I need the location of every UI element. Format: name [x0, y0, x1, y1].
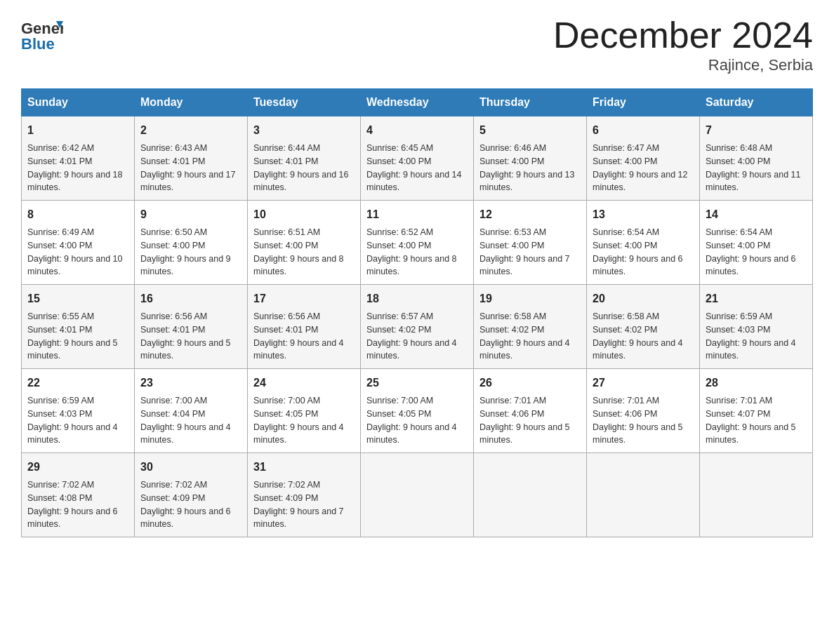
day-number: 30: [140, 459, 241, 476]
calendar-day-cell: 6 Sunrise: 6:47 AMSunset: 4:00 PMDayligh…: [587, 116, 700, 201]
day-info: Sunrise: 6:46 AMSunset: 4:00 PMDaylight:…: [479, 142, 581, 194]
calendar-day-cell: 9 Sunrise: 6:50 AMSunset: 4:00 PMDayligh…: [135, 201, 248, 285]
calendar-day-cell: [700, 453, 813, 537]
day-info: Sunrise: 6:55 AMSunset: 4:01 PMDaylight:…: [27, 310, 128, 363]
calendar-day-cell: 15 Sunrise: 6:55 AMSunset: 4:01 PMDaylig…: [22, 285, 135, 369]
day-number: 26: [479, 375, 581, 391]
calendar-day-cell: [361, 453, 474, 537]
day-info: Sunrise: 7:00 AMSunset: 4:04 PMDaylight:…: [140, 394, 241, 447]
day-number: 22: [27, 375, 128, 391]
day-number: 28: [706, 375, 807, 391]
page-subtitle: Rajince, Serbia: [553, 56, 813, 74]
calendar-day-cell: 7 Sunrise: 6:48 AMSunset: 4:00 PMDayligh…: [700, 116, 813, 201]
day-info: Sunrise: 6:58 AMSunset: 4:02 PMDaylight:…: [479, 310, 581, 363]
calendar-day-cell: 23 Sunrise: 7:00 AMSunset: 4:04 PMDaylig…: [135, 369, 248, 453]
day-info: Sunrise: 6:54 AMSunset: 4:00 PMDaylight:…: [593, 226, 694, 279]
calendar-day-cell: 25 Sunrise: 7:00 AMSunset: 4:05 PMDaylig…: [361, 369, 474, 453]
page-title: December 2024: [553, 14, 813, 56]
calendar-day-cell: 27 Sunrise: 7:01 AMSunset: 4:06 PMDaylig…: [587, 369, 700, 453]
day-number: 18: [366, 290, 468, 307]
day-info: Sunrise: 7:02 AMSunset: 4:09 PMDaylight:…: [140, 478, 241, 531]
calendar-table: Sunday Monday Tuesday Wednesday Thursday…: [21, 88, 813, 537]
calendar-day-cell: 11 Sunrise: 6:52 AMSunset: 4:00 PMDaylig…: [361, 201, 474, 285]
col-saturday: Saturday: [700, 89, 813, 116]
title-block: December 2024 Rajince, Serbia: [553, 14, 813, 74]
calendar-day-cell: 1 Sunrise: 6:42 AMSunset: 4:01 PMDayligh…: [22, 116, 135, 201]
logo: General Blue: [21, 14, 63, 53]
day-number: 29: [27, 459, 128, 476]
day-number: 10: [253, 206, 355, 223]
day-number: 3: [253, 122, 355, 139]
day-info: Sunrise: 7:00 AMSunset: 4:05 PMDaylight:…: [366, 394, 468, 447]
col-thursday: Thursday: [474, 89, 587, 116]
day-number: 7: [706, 122, 807, 139]
day-number: 19: [479, 290, 581, 307]
day-info: Sunrise: 7:01 AMSunset: 4:07 PMDaylight:…: [706, 394, 807, 447]
calendar-day-cell: [587, 453, 700, 537]
calendar-day-cell: 3 Sunrise: 6:44 AMSunset: 4:01 PMDayligh…: [248, 116, 361, 201]
day-number: 1: [27, 122, 128, 139]
col-wednesday: Wednesday: [361, 89, 474, 116]
day-info: Sunrise: 6:56 AMSunset: 4:01 PMDaylight:…: [253, 310, 355, 363]
day-info: Sunrise: 6:57 AMSunset: 4:02 PMDaylight:…: [366, 310, 468, 363]
day-number: 11: [366, 206, 468, 223]
calendar-day-cell: 28 Sunrise: 7:01 AMSunset: 4:07 PMDaylig…: [700, 369, 813, 453]
calendar-day-cell: 14 Sunrise: 6:54 AMSunset: 4:00 PMDaylig…: [700, 201, 813, 285]
col-sunday: Sunday: [22, 89, 135, 116]
day-info: Sunrise: 6:51 AMSunset: 4:00 PMDaylight:…: [253, 226, 355, 279]
day-info: Sunrise: 6:49 AMSunset: 4:00 PMDaylight:…: [27, 226, 128, 279]
day-info: Sunrise: 6:59 AMSunset: 4:03 PMDaylight:…: [706, 310, 807, 363]
calendar-day-cell: 13 Sunrise: 6:54 AMSunset: 4:00 PMDaylig…: [587, 201, 700, 285]
day-number: 27: [593, 375, 694, 391]
day-number: 2: [140, 122, 241, 139]
col-tuesday: Tuesday: [248, 89, 361, 116]
calendar-day-cell: 4 Sunrise: 6:45 AMSunset: 4:00 PMDayligh…: [361, 116, 474, 201]
day-number: 31: [253, 459, 355, 476]
day-number: 13: [593, 206, 694, 223]
day-info: Sunrise: 7:01 AMSunset: 4:06 PMDaylight:…: [479, 394, 581, 447]
day-number: 5: [479, 122, 581, 139]
logo-icon: General Blue: [21, 14, 63, 53]
calendar-day-cell: 24 Sunrise: 7:00 AMSunset: 4:05 PMDaylig…: [248, 369, 361, 453]
day-number: 15: [27, 290, 128, 307]
day-number: 17: [253, 290, 355, 307]
day-info: Sunrise: 7:02 AMSunset: 4:08 PMDaylight:…: [27, 478, 128, 531]
day-number: 8: [27, 206, 128, 223]
calendar-day-cell: 21 Sunrise: 6:59 AMSunset: 4:03 PMDaylig…: [700, 285, 813, 369]
calendar-week-row: 22 Sunrise: 6:59 AMSunset: 4:03 PMDaylig…: [22, 369, 813, 453]
day-number: 4: [366, 122, 468, 139]
calendar-day-cell: 29 Sunrise: 7:02 AMSunset: 4:08 PMDaylig…: [22, 453, 135, 537]
calendar-week-row: 1 Sunrise: 6:42 AMSunset: 4:01 PMDayligh…: [22, 116, 813, 201]
day-number: 24: [253, 375, 355, 391]
calendar-week-row: 15 Sunrise: 6:55 AMSunset: 4:01 PMDaylig…: [22, 285, 813, 369]
day-info: Sunrise: 6:59 AMSunset: 4:03 PMDaylight:…: [27, 394, 128, 447]
calendar-week-row: 8 Sunrise: 6:49 AMSunset: 4:00 PMDayligh…: [22, 201, 813, 285]
calendar-day-cell: 10 Sunrise: 6:51 AMSunset: 4:00 PMDaylig…: [248, 201, 361, 285]
day-number: 6: [593, 122, 694, 139]
calendar-day-cell: 5 Sunrise: 6:46 AMSunset: 4:00 PMDayligh…: [474, 116, 587, 201]
day-number: 14: [706, 206, 807, 223]
day-info: Sunrise: 6:45 AMSunset: 4:00 PMDaylight:…: [366, 142, 468, 194]
day-info: Sunrise: 6:56 AMSunset: 4:01 PMDaylight:…: [140, 310, 241, 363]
calendar-day-cell: 30 Sunrise: 7:02 AMSunset: 4:09 PMDaylig…: [135, 453, 248, 537]
calendar-day-cell: 22 Sunrise: 6:59 AMSunset: 4:03 PMDaylig…: [22, 369, 135, 453]
day-number: 16: [140, 290, 241, 307]
day-info: Sunrise: 6:54 AMSunset: 4:00 PMDaylight:…: [706, 226, 807, 279]
day-info: Sunrise: 6:50 AMSunset: 4:00 PMDaylight:…: [140, 226, 241, 279]
day-info: Sunrise: 6:42 AMSunset: 4:01 PMDaylight:…: [27, 142, 128, 194]
day-info: Sunrise: 6:52 AMSunset: 4:00 PMDaylight:…: [366, 226, 468, 279]
day-info: Sunrise: 6:44 AMSunset: 4:01 PMDaylight:…: [253, 142, 355, 194]
calendar-day-cell: 2 Sunrise: 6:43 AMSunset: 4:01 PMDayligh…: [135, 116, 248, 201]
day-info: Sunrise: 6:47 AMSunset: 4:00 PMDaylight:…: [593, 142, 694, 194]
day-number: 9: [140, 206, 241, 223]
col-friday: Friday: [587, 89, 700, 116]
svg-text:Blue: Blue: [21, 35, 55, 53]
calendar-day-cell: 16 Sunrise: 6:56 AMSunset: 4:01 PMDaylig…: [135, 285, 248, 369]
calendar-day-cell: [474, 453, 587, 537]
calendar-day-cell: 19 Sunrise: 6:58 AMSunset: 4:02 PMDaylig…: [474, 285, 587, 369]
page-header: General Blue December 2024 Rajince, Serb…: [21, 14, 813, 74]
day-info: Sunrise: 7:01 AMSunset: 4:06 PMDaylight:…: [593, 394, 694, 447]
calendar-header-row: Sunday Monday Tuesday Wednesday Thursday…: [22, 89, 813, 116]
day-info: Sunrise: 7:02 AMSunset: 4:09 PMDaylight:…: [253, 478, 355, 531]
day-info: Sunrise: 6:43 AMSunset: 4:01 PMDaylight:…: [140, 142, 241, 194]
